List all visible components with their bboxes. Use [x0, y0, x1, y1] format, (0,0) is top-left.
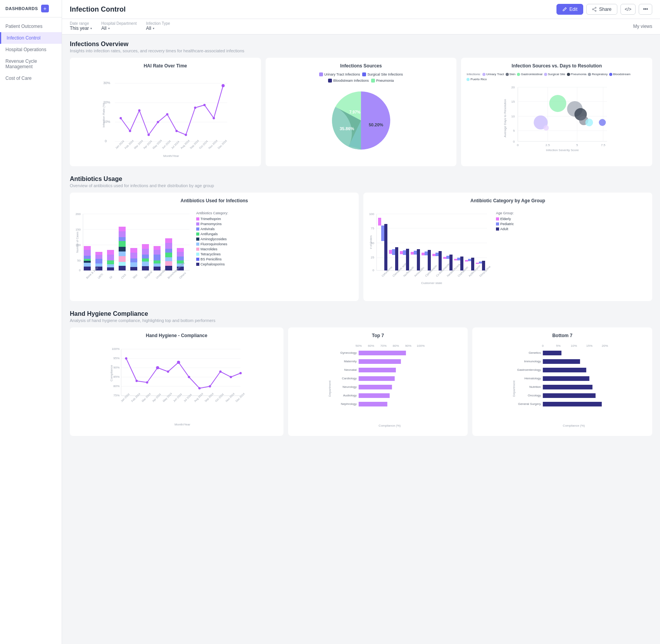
svg-text:Compliance (%): Compliance (%)	[378, 424, 401, 427]
svg-text:Department: Department	[328, 380, 332, 397]
scatter-chart-card: Infection Sources vs. Days to Resolution…	[461, 58, 652, 166]
svg-point-69	[544, 125, 549, 131]
svg-text:Dec 2024: Dec 2024	[217, 139, 227, 149]
svg-rect-181	[457, 258, 460, 260]
sidebar-item-revenue-cycle[interactable]: Revenue Cycle Management	[0, 55, 62, 72]
svg-point-215	[125, 357, 127, 360]
svg-point-18	[157, 121, 159, 123]
svg-text:Cardiology: Cardiology	[342, 377, 356, 380]
svg-text:Oncology: Oncology	[528, 394, 541, 397]
svg-rect-179	[449, 255, 453, 270]
svg-text:100%: 100%	[112, 347, 119, 351]
svg-rect-120	[154, 250, 161, 255]
add-dashboard-button[interactable]: +	[41, 5, 49, 12]
svg-rect-185	[471, 258, 474, 270]
svg-text:Gynecology: Gynecology	[340, 351, 356, 355]
svg-point-22	[194, 107, 196, 109]
infection-type-filter[interactable]: Infection Type All ▾	[146, 21, 170, 31]
svg-text:Surgical: Surgical	[144, 270, 153, 280]
date-range-filter[interactable]: Date range This year ▾	[70, 21, 92, 31]
svg-rect-86	[84, 261, 91, 263]
svg-rect-261	[359, 402, 387, 406]
code-button[interactable]: </>	[620, 4, 636, 15]
svg-text:90%: 90%	[405, 344, 411, 348]
sidebar: DASHBOARDS + Patient Outcomes Infection …	[0, 0, 62, 644]
svg-rect-180	[454, 259, 457, 260]
svg-text:Gastroenterology: Gastroenterology	[517, 368, 541, 372]
antibiotics-legend: Antibiotics Category: Trimethoprim Pramo…	[196, 207, 228, 285]
svg-text:Apr 2024: Apr 2024	[152, 393, 162, 403]
svg-rect-183	[465, 260, 468, 262]
scatter-chart-title: Infection Sources vs. Days to Resolution	[466, 63, 647, 69]
svg-text:Nov 2024: Nov 2024	[208, 139, 218, 149]
svg-text:Department: Department	[512, 380, 516, 397]
main-content: Infection Control Edit Share </> ••• Dat…	[62, 0, 660, 644]
svg-point-17	[147, 134, 150, 136]
hand-hygiene-subtitle: Analysis of hand hygiene compliance, hig…	[70, 318, 652, 323]
svg-rect-253	[359, 368, 396, 372]
svg-text:60%: 60%	[368, 344, 374, 348]
svg-point-67	[586, 119, 593, 126]
svg-text:90%: 90%	[113, 366, 119, 369]
infections-overview-section: Infections Overview Insights into infect…	[70, 41, 652, 166]
svg-rect-167	[406, 249, 409, 270]
antibiotics-subtitle: Overview of antibiotics used for infecti…	[70, 183, 652, 188]
svg-text:Average Days to Resolution: Average Days to Resolution	[504, 99, 507, 137]
svg-rect-122	[154, 260, 161, 263]
svg-text:80%: 80%	[113, 384, 119, 388]
legend-puertorico: Puerto Rico	[466, 77, 487, 81]
svg-point-216	[135, 380, 138, 382]
svg-text:95%: 95%	[113, 356, 119, 360]
svg-text:25: 25	[371, 256, 374, 259]
pie-chart-svg: 7.97% 35.86% 50.20%	[322, 86, 400, 152]
svg-rect-274	[543, 368, 586, 372]
svg-text:Month/Year: Month/Year	[175, 423, 190, 426]
edit-button[interactable]: Edit	[556, 4, 583, 15]
infections-sources-chart-card: Infections Sources Urinary Tract Infecti…	[266, 58, 457, 166]
svg-rect-111	[130, 262, 137, 267]
legend-surgical-site: Surgical Site	[544, 72, 565, 76]
hai-chart-title: HAI Rate Over Time	[75, 63, 256, 69]
svg-point-221	[188, 376, 190, 378]
svg-text:0: 0	[373, 269, 375, 272]
hygiene-charts-row: Hand Hygiene - Compliance 100% 95% 90% 8…	[70, 327, 652, 436]
svg-rect-124	[154, 267, 161, 270]
svg-text:35.86%: 35.86%	[340, 126, 354, 131]
sidebar-item-cost-of-care[interactable]: Cost of Care	[0, 72, 62, 84]
svg-rect-173	[428, 250, 431, 270]
svg-rect-132	[177, 248, 184, 252]
svg-text:30%: 30%	[103, 81, 110, 85]
svg-text:Jun 2024: Jun 2024	[173, 393, 182, 402]
svg-text:Maternity: Maternity	[344, 360, 357, 363]
svg-text:May 2024: May 2024	[162, 392, 173, 403]
svg-text:Nephrology: Nephrology	[341, 402, 357, 406]
antibiotics-bar-title: Antibiotics Used for Infections	[75, 198, 353, 203]
svg-rect-255	[359, 376, 395, 381]
svg-rect-95	[107, 255, 114, 260]
share-button[interactable]: Share	[586, 4, 617, 15]
svg-text:70%: 70%	[380, 344, 387, 348]
sidebar-item-infection-control[interactable]: Infection Control	[0, 32, 62, 44]
more-options-button[interactable]: •••	[639, 4, 652, 15]
svg-text:Jul 2024: Jul 2024	[171, 140, 180, 150]
legend-gi: Gastrointestinal	[517, 72, 543, 76]
svg-text:General Surgery: General Surgery	[518, 402, 541, 406]
sidebar-item-hospital-operations[interactable]: Hospital Operations	[0, 44, 62, 55]
svg-point-19	[166, 113, 168, 115]
svg-text:10%: 10%	[571, 344, 577, 348]
svg-text:10: 10	[511, 115, 515, 118]
legend-surgical: Surgical Site Infections	[362, 72, 403, 76]
svg-rect-85	[84, 259, 91, 261]
scatter-chart-svg: 20 15 10 5 0 0 2.5 5 7.5 Infection Sever…	[466, 83, 647, 153]
svg-text:7.97%: 7.97%	[349, 110, 360, 114]
svg-rect-133	[177, 252, 184, 257]
svg-rect-115	[142, 255, 149, 258]
svg-text:Feb 2024: Feb 2024	[124, 139, 134, 150]
svg-rect-160	[381, 226, 384, 241]
svg-text:Nov 2024: Nov 2024	[225, 392, 235, 402]
svg-text:50.20%: 50.20%	[369, 122, 384, 127]
svg-text:85%: 85%	[113, 375, 119, 379]
sidebar-item-patient-outcomes[interactable]: Patient Outcomes	[0, 21, 62, 32]
hospital-department-filter[interactable]: Hospital Department All ▾	[101, 21, 136, 31]
svg-text:200: 200	[76, 212, 81, 216]
